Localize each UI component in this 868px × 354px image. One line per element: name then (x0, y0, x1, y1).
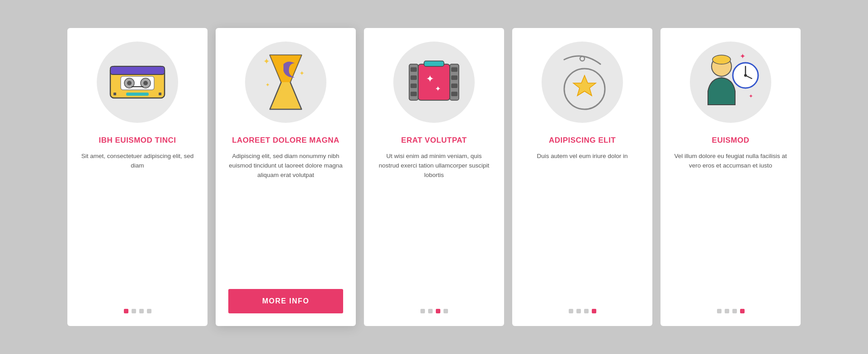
svg-text:✦: ✦ (749, 93, 753, 99)
dot (147, 309, 151, 313)
card-3-title: ERAT VOLUTPAT (401, 135, 467, 145)
person-clock-icon: ✦ ✦ (697, 51, 764, 114)
dot (584, 309, 589, 313)
svg-rect-25 (451, 84, 458, 88)
cassette-icon (108, 62, 167, 102)
svg-rect-16 (418, 64, 450, 100)
dot (725, 309, 729, 313)
person-clock-icon-circle: ✦ ✦ (690, 42, 771, 123)
svg-rect-29 (424, 61, 444, 66)
film-icon-circle: ✦ ✦ (393, 42, 475, 123)
svg-point-32 (580, 56, 585, 61)
svg-rect-22 (410, 92, 417, 96)
card-1-dots (124, 309, 151, 313)
dot (436, 309, 440, 313)
more-info-button[interactable]: MORE INFO (228, 289, 343, 313)
svg-text:✦: ✦ (265, 82, 270, 88)
card-2: ✦ ✦ ✦ LAOREET DOLORE MAGNA Adipiscing el… (216, 28, 356, 326)
dot (132, 309, 136, 313)
svg-text:✦: ✦ (263, 57, 270, 66)
film-icon: ✦ ✦ (407, 57, 461, 107)
svg-text:✦: ✦ (435, 85, 441, 93)
card-1-title: IBH EUISMOD TINCI (99, 135, 176, 145)
dot (717, 309, 722, 313)
card-2-title: LAOREET DOLORE MAGNA (232, 135, 340, 145)
svg-rect-21 (410, 84, 417, 88)
svg-rect-26 (451, 92, 458, 96)
svg-text:✦: ✦ (426, 73, 434, 84)
svg-rect-9 (113, 93, 116, 95)
card-5-desc: Vel illum dolore eu feugiat nulla facili… (673, 152, 788, 296)
card-5-title: EUISMOD (712, 135, 750, 145)
svg-rect-8 (126, 93, 149, 96)
dot (428, 309, 433, 313)
cassette-icon-circle (97, 42, 178, 123)
dot (420, 309, 425, 313)
dot (732, 309, 737, 313)
dot (139, 309, 144, 313)
card-3-dots (420, 309, 448, 313)
card-4: ADIPISCING ELIT Duis autem vel eum iriur… (512, 28, 652, 326)
hourglass-icon-circle: ✦ ✦ ✦ (245, 42, 326, 123)
dot (592, 309, 596, 313)
card-5-dots (717, 309, 745, 313)
svg-text:✦: ✦ (740, 52, 745, 60)
card-3: ✦ ✦ ERAT VOLUTPAT Ut wisi enim ad minim … (364, 28, 504, 326)
dot (576, 309, 581, 313)
card-5: ✦ ✦ EUISMOD Vel illum dolore eu feugiat … (660, 28, 801, 326)
card-2-desc: Adipiscing elit, sed diam nonummy nibh e… (228, 152, 343, 276)
hourglass-icon: ✦ ✦ ✦ (261, 51, 311, 114)
dot (443, 309, 448, 313)
compass-icon (551, 51, 614, 114)
svg-rect-20 (410, 75, 417, 80)
cards-container: IBH EUISMOD TINCI Sit amet, consectetuer… (40, 10, 828, 344)
card-4-desc: Duis autem vel eum iriure dolor in (537, 152, 627, 296)
compass-icon-circle (542, 42, 623, 123)
svg-point-34 (712, 55, 731, 64)
card-4-title: ADIPISCING ELIT (549, 135, 616, 145)
card-1-desc: Sit amet, consectetuer adipiscing elit, … (80, 152, 195, 296)
svg-point-6 (143, 81, 148, 85)
svg-marker-31 (573, 75, 596, 96)
svg-rect-1 (110, 66, 165, 75)
card-4-dots (569, 309, 596, 313)
svg-rect-19 (410, 67, 417, 72)
svg-rect-23 (451, 67, 458, 72)
svg-rect-24 (451, 75, 458, 80)
dot (124, 309, 128, 313)
dot (569, 309, 573, 313)
svg-rect-10 (159, 93, 161, 95)
card-1: IBH EUISMOD TINCI Sit amet, consectetuer… (67, 28, 208, 326)
svg-point-4 (127, 81, 132, 85)
svg-text:✦: ✦ (299, 70, 305, 77)
card-3-desc: Ut wisi enim ad minim veniam, quis nostr… (377, 152, 491, 296)
dot (740, 309, 745, 313)
